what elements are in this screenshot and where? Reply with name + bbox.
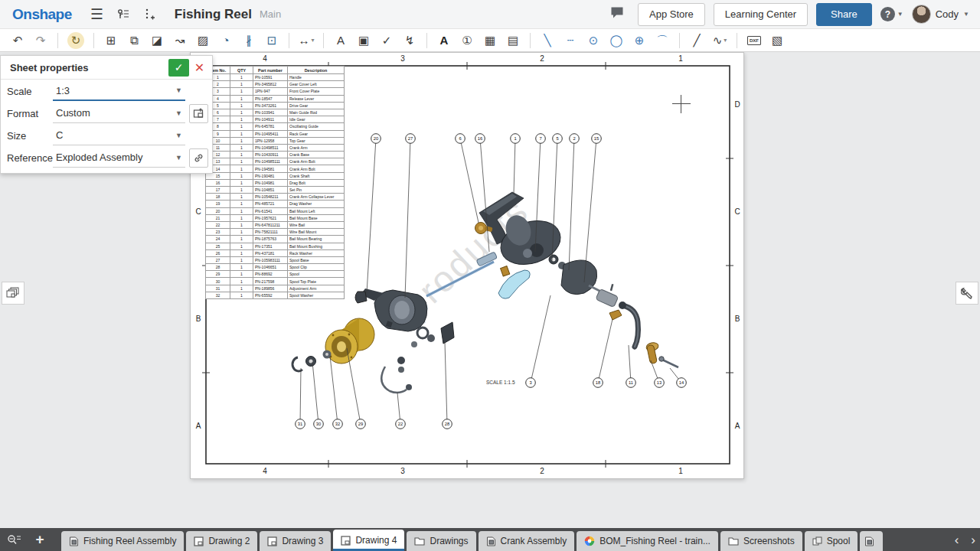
ellipse-icon[interactable]: ◯ (606, 31, 626, 50)
chevron-down-icon[interactable]: ▼ (175, 86, 182, 94)
help-icon[interactable]: ? (880, 7, 895, 21)
chevron-down-icon[interactable]: ▼ (175, 154, 182, 161)
versions-icon[interactable] (117, 8, 130, 21)
table-row[interactable]: 1011PN-12958Top Gear (206, 137, 345, 144)
note-icon[interactable]: A (331, 31, 351, 50)
table-row[interactable]: 291PN-88692Spool (206, 271, 345, 278)
crop-view-icon[interactable]: ⊡ (262, 31, 282, 50)
bom-table[interactable]: Item No.QTYPart numberDescription 11PN-1… (205, 66, 345, 299)
tab-spool[interactable]: Spool (805, 531, 858, 551)
tangent-line-icon[interactable]: ⌒ (652, 31, 672, 50)
table-row[interactable]: 301PN-217598Spool Top Plate (206, 278, 345, 285)
learning-center-button[interactable]: Learning Center (714, 3, 808, 26)
circle-icon[interactable]: ⊕ (629, 31, 649, 50)
drawing-canvas[interactable]: products (0, 52, 980, 528)
user-menu[interactable]: Cody ▼ (912, 5, 969, 24)
section-view-icon[interactable]: ▨ (193, 31, 213, 50)
table-row[interactable]: 211PN-1957621Bail Mount Base (206, 214, 345, 221)
reference-dropdown[interactable]: Exploded Assembly▼ (53, 148, 185, 168)
tools-flyout-button[interactable] (956, 282, 978, 305)
table-row[interactable]: 81PN-645781Oscillating Guide (206, 123, 345, 130)
chevron-down-icon[interactable]: ▼ (175, 132, 182, 139)
link-button[interactable] (189, 148, 208, 168)
workspace-name[interactable]: Main (260, 8, 281, 20)
avatar[interactable] (912, 5, 931, 24)
format-dropdown[interactable]: Custom▼ (53, 104, 185, 123)
tab-bom-fishing-reel-train[interactable]: BOM_Fishing Reel - train... (577, 531, 718, 551)
spline-icon[interactable]: ∿▾ (710, 31, 730, 50)
table-row[interactable]: 121PN-10430911Crank Base (206, 152, 345, 158)
text-icon[interactable]: A (434, 31, 454, 50)
table-row[interactable]: 21PN-3465812Gear Cover Left (206, 81, 345, 88)
detail-view-icon[interactable]: ↝ (170, 31, 190, 50)
close-button[interactable]: ✕ (189, 59, 210, 77)
table-row[interactable]: 151PN-190481Crank Shaft (206, 172, 345, 179)
table-row[interactable]: 41PN-18547Release Lever (206, 95, 345, 102)
undo-icon[interactable]: ↶ (8, 31, 28, 50)
table-row[interactable]: 261PN-437181Rack Washer (206, 249, 345, 256)
tab-drawing-3[interactable]: Drawing 3 (260, 531, 331, 551)
scale-input[interactable] (56, 85, 167, 96)
sheets-panel-toggle-button[interactable] (2, 282, 24, 305)
table-row[interactable]: 181PN-10548211Crank Arm Collapse Lever (206, 194, 345, 201)
scale-dropdown[interactable]: ▼ (53, 82, 185, 101)
table-row[interactable]: 311PN-947Front Cover Plate (206, 88, 345, 95)
table-row[interactable]: 191PN-485721Drag Washer (206, 201, 345, 207)
weld-symbol-icon[interactable]: ↯ (400, 31, 420, 50)
break-view-icon[interactable]: ∦ (239, 31, 259, 50)
help-menu[interactable]: ? ▼ (880, 7, 903, 21)
scroll-tabs-right-icon[interactable]: › (971, 533, 975, 546)
centerline-icon[interactable]: ┄ (560, 31, 580, 50)
insert-new-element-icon[interactable] (144, 8, 155, 21)
surface-finish-icon[interactable]: ✓ (377, 31, 397, 50)
update-icon[interactable]: ↻ (67, 32, 84, 49)
table-row[interactable]: 281PN-1046651Spool Clip (206, 264, 345, 271)
drawing-sheet[interactable]: products (190, 52, 744, 479)
table-row[interactable]: 131PN-104985111Crank Arm Bolt (206, 158, 345, 165)
table-row[interactable]: 61PN-103941Main Guide Rod (206, 109, 345, 116)
app-store-button[interactable]: App Store (638, 3, 705, 26)
tab-fishing-reel-assembly[interactable]: Fishing Reel Assembly (61, 531, 184, 551)
balloon-icon[interactable]: ① (457, 31, 477, 50)
construction-line-icon[interactable]: ╱ (687, 31, 707, 50)
table-row[interactable]: 11PN-10591Handle (206, 74, 345, 81)
table-row[interactable]: 51PN-3473261Drive Gear (206, 102, 345, 109)
table-row[interactable]: 271PN-105983111Spool Base (206, 256, 345, 263)
table-row[interactable]: 91PN-10495411Rack Gear (206, 130, 345, 137)
tab-drawing-2[interactable]: Drawing 2 (186, 531, 257, 551)
dimension-caret-icon[interactable]: ▾ (311, 37, 314, 44)
geometric-tolerance-icon[interactable]: ▣ (354, 31, 374, 50)
table-row[interactable]: 231PN-75821111Wire Bail Mount (206, 229, 345, 236)
bom-table-icon[interactable]: ▤ (503, 31, 523, 50)
table-row[interactable]: 251PN-17351Bail Mount Bushing (206, 243, 345, 249)
table-row[interactable]: 221PN-647811211Wire Bail (206, 221, 345, 228)
table-icon[interactable]: ▦ (480, 31, 500, 50)
table-row[interactable]: 311PN-189856Adjustment Arm (206, 285, 345, 292)
auxiliary-view-icon[interactable]: ◪ (147, 31, 167, 50)
table-row[interactable]: 141PN-194581Crank Arm Bolt (206, 165, 345, 172)
feedback-icon[interactable] (610, 6, 625, 22)
dimension-icon[interactable]: ↔▾ (296, 31, 316, 50)
table-row[interactable]: 241PN-1875763Bail Mount Bearing (206, 236, 345, 243)
tab-drawings[interactable]: Drawings (407, 531, 475, 551)
broken-out-section-icon[interactable]: ◔ (216, 31, 236, 50)
export-dxf-icon[interactable]: DXF (744, 31, 764, 50)
tab-crank-assembly[interactable]: Crank Assembly (479, 531, 575, 551)
sheet-format-button[interactable] (189, 104, 208, 123)
projected-view-icon[interactable]: ⧉ (124, 31, 144, 50)
size-dropdown[interactable]: C▼ (53, 126, 185, 145)
line-icon[interactable]: ╲ (537, 31, 557, 50)
chevron-down-icon[interactable]: ▼ (175, 109, 182, 117)
insert-view-icon[interactable]: ⊞ (101, 31, 121, 50)
table-row[interactable]: 161PN-104981Drag Bolt (206, 179, 345, 186)
tab-clipped[interactable] (860, 531, 883, 551)
tab-drawing-4[interactable]: Drawing 4 (333, 530, 404, 551)
center-mark-icon[interactable]: ⊙ (583, 31, 603, 50)
scroll-tabs-left-icon[interactable]: ‹ (955, 533, 959, 546)
table-row[interactable]: 111PN-10498511Crank Arm (206, 144, 345, 151)
confirm-button[interactable]: ✓ (168, 59, 189, 77)
table-row[interactable]: 201PN-61541Bail Mount Left (206, 207, 345, 214)
search-tabs-button[interactable] (0, 528, 29, 551)
main-menu-icon[interactable]: ☰ (90, 5, 103, 23)
share-button[interactable]: Share (816, 3, 872, 26)
